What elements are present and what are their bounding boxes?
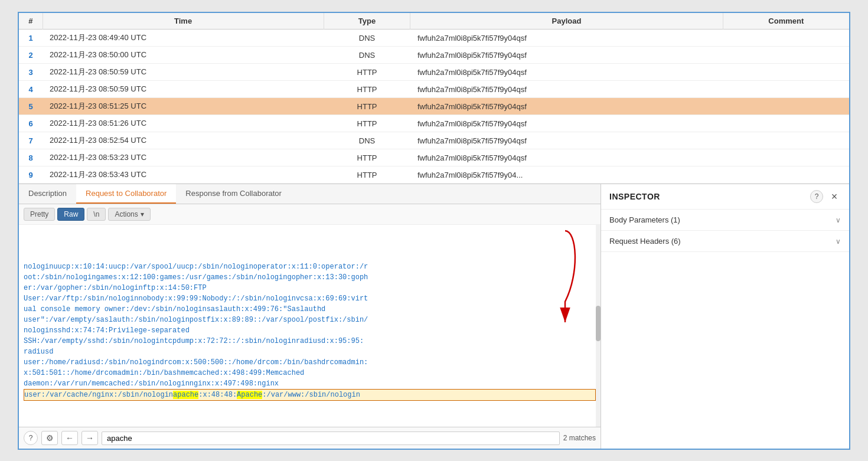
table-row[interactable]: 12022-11月-23 08:49:40 UTCDNSfwfuh2a7ml0i… xyxy=(19,30,849,47)
table-cell-num: 6 xyxy=(19,115,43,132)
tabs-bar: Description Request to Collaborator Resp… xyxy=(19,184,601,204)
table-cell-num: 1 xyxy=(19,30,43,47)
table-cell-num: 8 xyxy=(19,149,43,166)
table-cell-comment xyxy=(723,47,849,64)
col-header-type: Type xyxy=(324,13,410,30)
prev-match-button[interactable]: ← xyxy=(61,431,78,445)
table-cell-payload: fwfuh2a7ml0i8pi5k7fi57f9y04qsf xyxy=(410,98,723,115)
code-content: nologinuucp:x:10:14:uucp:/var/spool/uucp… xyxy=(19,225,601,427)
inspector-section-body-params[interactable]: Body Parameters (1) ∨ xyxy=(601,210,849,231)
table-row[interactable]: 32022-11月-23 08:50:59 UTCHTTPfwfuh2a7ml0… xyxy=(19,64,849,81)
inspector-icons: ? × xyxy=(810,190,841,203)
inspector-panel: INSPECTOR ? × Body Parameters (1) ∨ Requ… xyxy=(601,184,849,449)
table-row[interactable]: 82022-11月-23 08:53:23 UTCHTTPfwfuh2a7ml0… xyxy=(19,149,849,166)
table-cell-payload: fwfuh2a7ml0i8pi5k7fi57f9y04qsf xyxy=(410,47,723,64)
match-count: 2 matches xyxy=(563,434,596,442)
request-headers-label: Request Headers (6) xyxy=(609,237,681,246)
table-cell-num: 5 xyxy=(19,98,43,115)
code-line: radiusd xyxy=(24,346,596,357)
table-cell-comment xyxy=(723,149,849,166)
table-cell-payload: fwfuh2a7ml0i8pi5k7fi57f9y04qsf xyxy=(410,132,723,149)
code-line: SSH:/var/empty/sshd:/sbin/nologintcpdump… xyxy=(24,336,596,346)
table-row[interactable]: 42022-11月-23 08:50:59 UTCHTTPfwfuh2a7ml0… xyxy=(19,81,849,98)
code-line: daemon:/var/run/memcached:/sbin/nologinn… xyxy=(24,378,596,389)
scrollbar-thumb[interactable] xyxy=(596,306,601,341)
tab-request-to-collaborator[interactable]: Request to Collaborator xyxy=(76,184,176,204)
pretty-button[interactable]: Pretty xyxy=(24,208,55,221)
table-cell-time: 2022-11月-23 08:52:54 UTC xyxy=(43,132,324,149)
code-line: er:/var/gopher:/sbin/nologinftp:x:14:50:… xyxy=(24,283,596,293)
table-cell-payload: fwfuh2a7ml0i8pi5k7fi57f9y04qsf xyxy=(410,64,723,81)
table-row[interactable]: 62022-11月-23 08:51:26 UTCHTTPfwfuh2a7ml0… xyxy=(19,115,849,132)
table-cell-type: HTTP xyxy=(324,149,410,166)
top-table-container: # Time Type Payload Comment 12022-11月-23… xyxy=(19,13,849,184)
table-cell-time: 2022-11月-23 08:50:59 UTC xyxy=(43,81,324,98)
table-cell-time: 2022-11月-23 08:53:43 UTC xyxy=(43,166,324,184)
request-headers-chevron-icon: ∨ xyxy=(836,237,841,246)
data-table: # Time Type Payload Comment 12022-11月-23… xyxy=(19,13,849,184)
search-highlight: Apache xyxy=(237,391,262,399)
table-cell-comment xyxy=(723,115,849,132)
main-container: # Time Type Payload Comment 12022-11月-23… xyxy=(18,12,850,450)
table-cell-comment xyxy=(723,81,849,98)
table-row[interactable]: 52022-11月-23 08:51:25 UTCHTTPfwfuh2a7ml0… xyxy=(19,98,849,115)
editor-panel: Description Request to Collaborator Resp… xyxy=(19,184,601,449)
col-header-time: Time xyxy=(43,13,324,30)
toolbar: Pretty Raw \n Actions ▾ xyxy=(19,204,601,225)
settings-icon[interactable]: ⚙ xyxy=(41,431,58,445)
table-cell-type: HTTP xyxy=(324,98,410,115)
table-cell-num: 7 xyxy=(19,132,43,149)
search-bar: ? ⚙ ← → 2 matches xyxy=(19,427,601,449)
table-cell-time: 2022-11月-23 08:50:00 UTC xyxy=(43,47,324,64)
inspector-section-request-headers[interactable]: Request Headers (6) ∨ xyxy=(601,231,849,252)
table-cell-type: HTTP xyxy=(324,166,410,184)
code-line: user:/home/radiusd:/sbin/nologindrcom:x:… xyxy=(24,357,596,368)
table-cell-payload: fwfuh2a7ml0i8pi5k7fi57f9y04qsf xyxy=(410,149,723,166)
inspector-close-button[interactable]: × xyxy=(828,190,841,203)
code-line: user:/var/cache/nginx:/sbin/nologinapach… xyxy=(24,389,596,401)
col-header-num: # xyxy=(19,13,43,30)
inspector-title: INSPECTOR xyxy=(609,192,660,201)
help-circle-icon[interactable]: ? xyxy=(24,431,38,445)
n-button[interactable]: \n xyxy=(87,208,106,221)
table-cell-type: DNS xyxy=(324,47,410,64)
col-header-payload: Payload xyxy=(410,13,723,30)
next-match-button[interactable]: → xyxy=(81,431,98,445)
table-cell-payload: fwfuh2a7ml0i8pi5k7fi57f9y04qsf xyxy=(410,81,723,98)
code-line: user":/var/empty/saslauth:/sbin/nologinp… xyxy=(24,315,596,325)
table-row[interactable]: 92022-11月-23 08:53:43 UTCHTTPfwfuh2a7ml0… xyxy=(19,166,849,184)
table-cell-comment xyxy=(723,64,849,81)
table-cell-num: 4 xyxy=(19,81,43,98)
col-header-comment: Comment xyxy=(723,13,849,30)
table-cell-type: HTTP xyxy=(324,81,410,98)
table-cell-payload: fwfuh2a7ml0i8pi5k7fi57f9y04qsf xyxy=(410,115,723,132)
table-cell-time: 2022-11月-23 08:53:23 UTC xyxy=(43,149,324,166)
table-cell-time: 2022-11月-23 08:51:25 UTC xyxy=(43,98,324,115)
table-row[interactable]: 72022-11月-23 08:52:54 UTCDNSfwfuh2a7ml0i… xyxy=(19,132,849,149)
tab-description[interactable]: Description xyxy=(19,184,76,204)
actions-button[interactable]: Actions ▾ xyxy=(108,208,150,221)
search-highlight: apache xyxy=(173,391,198,399)
table-cell-num: 9 xyxy=(19,166,43,184)
inspector-header: INSPECTOR ? × xyxy=(601,184,849,210)
table-cell-payload: fwfuh2a7ml0i8pi5k7fi57f9y04... xyxy=(410,166,723,184)
table-cell-num: 3 xyxy=(19,64,43,81)
raw-button[interactable]: Raw xyxy=(57,208,84,221)
scrollbar-track[interactable] xyxy=(596,225,601,427)
bottom-panel: Description Request to Collaborator Resp… xyxy=(19,184,849,449)
table-cell-type: DNS xyxy=(324,132,410,149)
code-line: ual console memory owner:/dev:/sbin/nolo… xyxy=(24,304,596,315)
table-cell-num: 2 xyxy=(19,47,43,64)
search-input[interactable] xyxy=(102,431,560,445)
inspector-help-icon[interactable]: ? xyxy=(810,190,823,203)
table-cell-time: 2022-11月-23 08:49:40 UTC xyxy=(43,30,324,47)
actions-label: Actions xyxy=(115,210,138,218)
table-cell-payload: fwfuh2a7ml0i8pi5k7fi57f9y04qsf xyxy=(410,30,723,47)
table-cell-time: 2022-11月-23 08:50:59 UTC xyxy=(43,64,324,81)
tab-response-from-collaborator[interactable]: Response from Collaborator xyxy=(176,184,291,204)
body-params-label: Body Parameters (1) xyxy=(609,215,680,224)
table-cell-type: HTTP xyxy=(324,64,410,81)
body-params-chevron-icon: ∨ xyxy=(836,216,841,224)
table-row[interactable]: 22022-11月-23 08:50:00 UTCDNSfwfuh2a7ml0i… xyxy=(19,47,849,64)
table-cell-comment xyxy=(723,30,849,47)
